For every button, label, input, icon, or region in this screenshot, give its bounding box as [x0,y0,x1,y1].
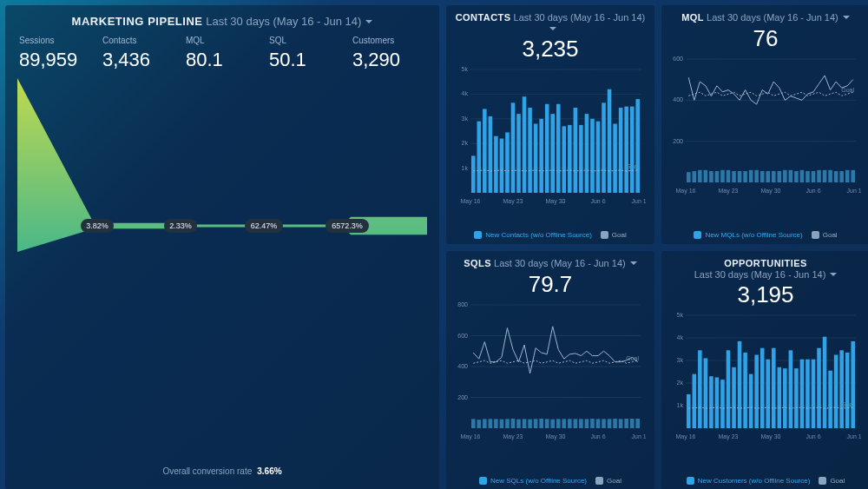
svg-rect-83 [812,171,816,182]
mql-header[interactable]: MQL Last 30 days (May 16 - Jun 14) [670,12,861,23]
mql-date-range[interactable]: Last 30 days (May 16 - Jun 14) [707,12,850,23]
svg-rect-43 [608,89,612,193]
legend-item-goal[interactable]: Goal [819,477,845,485]
svg-rect-159 [732,367,736,428]
svg-rect-89 [845,169,850,182]
svg-rect-40 [590,119,595,193]
svg-rect-88 [839,171,844,182]
mql-panel: MQL Last 30 days (May 16 - Jun 14) 76 20… [661,5,868,244]
svg-text:May 16: May 16 [461,433,481,440]
svg-rect-114 [523,419,527,428]
legend-item-goal[interactable]: Goal [601,231,627,239]
svg-rect-42 [602,103,606,194]
svg-text:2k: 2k [462,140,469,146]
svg-rect-128 [602,419,606,428]
svg-rect-130 [613,419,617,428]
sqls-legend: New SQLs (w/o Offline Source) Goal [455,473,646,485]
svg-text:1k: 1k [677,402,684,408]
svg-rect-45 [619,108,623,193]
opps-header[interactable]: OPPORTUNITIES Last 30 days (May 16 - Jun… [670,258,861,280]
svg-text:Jun 13: Jun 13 [846,188,861,194]
funnel-chart: 3.82%2.33%62.47%6572.3% [14,78,431,252]
svg-rect-119 [550,419,555,427]
opps-date-range[interactable]: Last 30 days (May 16 - Jun 14) [694,269,838,280]
svg-text:May 16: May 16 [676,433,696,440]
pipeline-panel: MARKETING PIPELINE Last 30 days (May 16 … [5,5,439,489]
svg-rect-47 [630,107,635,193]
svg-text:400: 400 [457,363,468,369]
svg-rect-113 [516,419,521,427]
sqls-date-range[interactable]: Last 30 days (May 16 - Jun 14) [494,258,637,268]
svg-rect-173 [812,360,816,428]
contacts-legend: New Contacts (w/o Offline Source) Goal [455,228,646,239]
svg-rect-125 [585,419,589,428]
svg-rect-75 [766,171,770,182]
legend-item-opps[interactable]: New Customers (w/o Offline Source) [687,477,811,485]
svg-rect-81 [800,169,805,182]
svg-rect-165 [766,360,770,428]
svg-rect-64 [704,169,708,182]
svg-rect-168 [783,368,787,428]
svg-rect-31 [539,119,543,193]
svg-rect-120 [556,419,561,428]
opportunities-panel: OPPORTUNITIES Last 30 days (May 16 - Jun… [661,251,868,489]
svg-rect-126 [590,419,595,428]
svg-text:May 30: May 30 [546,433,566,440]
legend-item-goal[interactable]: Goal [595,477,621,485]
svg-rect-26 [511,103,516,194]
svg-rect-115 [528,419,532,427]
svg-text:May 30: May 30 [761,433,781,440]
svg-rect-46 [624,107,628,193]
svg-rect-48 [635,99,640,193]
svg-text:2.33%: 2.33% [169,221,192,230]
legend-item-goal[interactable]: Goal [812,231,838,239]
svg-text:May 30: May 30 [761,188,781,195]
svg-rect-41 [596,122,601,193]
contacts-header[interactable]: CONTACTS Last 30 days (May 16 - Jun 14) [455,12,646,34]
svg-text:400: 400 [673,96,683,102]
svg-rect-134 [635,419,640,428]
svg-rect-22 [489,116,493,193]
svg-rect-79 [789,169,793,182]
legend-item-contacts[interactable]: New Contacts (w/o Offline Source) [474,231,592,239]
mql-legend: New MQLs (w/o Offline Source) Goal [670,228,861,239]
svg-text:Jun 13: Jun 13 [631,198,646,204]
svg-rect-163 [754,355,759,429]
svg-rect-69 [732,171,736,182]
svg-rect-171 [800,360,805,428]
svg-rect-68 [727,169,731,182]
pipeline-header[interactable]: MARKETING PIPELINE Last 30 days (May 16 … [14,16,431,29]
svg-rect-174 [817,348,821,428]
contacts-chart: 1k2k3k4k5kGoalMay 16May 23May 30Jun 6Jun… [455,66,646,205]
contacts-date-range[interactable]: Last 30 days (May 16 - Jun 14) [514,12,646,34]
svg-rect-76 [772,171,776,182]
svg-text:Goal: Goal [841,87,854,93]
svg-rect-166 [772,348,776,428]
svg-rect-124 [579,419,583,428]
svg-rect-180 [851,341,855,428]
svg-text:Goal: Goal [626,164,639,170]
svg-rect-106 [477,420,482,428]
svg-rect-80 [794,171,799,182]
svg-rect-30 [534,124,538,194]
svg-rect-151 [687,394,691,428]
pipeline-stages: Sessions89,959Contacts3,436MQL80.1SQL50.… [14,36,431,71]
legend-item-mql[interactable]: New MQLs (w/o Offline Source) [694,231,802,239]
svg-rect-74 [760,171,765,182]
svg-rect-127 [596,419,601,428]
svg-rect-71 [743,171,747,182]
legend-item-sqls[interactable]: New SQLs (w/o Offline Source) [479,477,587,485]
svg-rect-170 [794,368,799,428]
svg-text:5k: 5k [677,312,684,318]
sqls-header[interactable]: SQLS Last 30 days (May 16 - Jun 14) [455,258,646,269]
svg-rect-153 [698,351,702,429]
svg-text:4k: 4k [462,91,469,97]
sqls-chart: 200400600800GoalMay 16May 23May 30Jun 6J… [455,301,646,440]
svg-rect-123 [574,419,578,428]
svg-rect-32 [545,104,549,193]
pipeline-date-range[interactable]: Last 30 days (May 16 - Jun 14) [206,15,372,28]
svg-rect-72 [749,169,753,182]
svg-rect-29 [528,108,532,193]
svg-text:Jun 6: Jun 6 [590,198,605,204]
svg-rect-25 [505,133,510,194]
